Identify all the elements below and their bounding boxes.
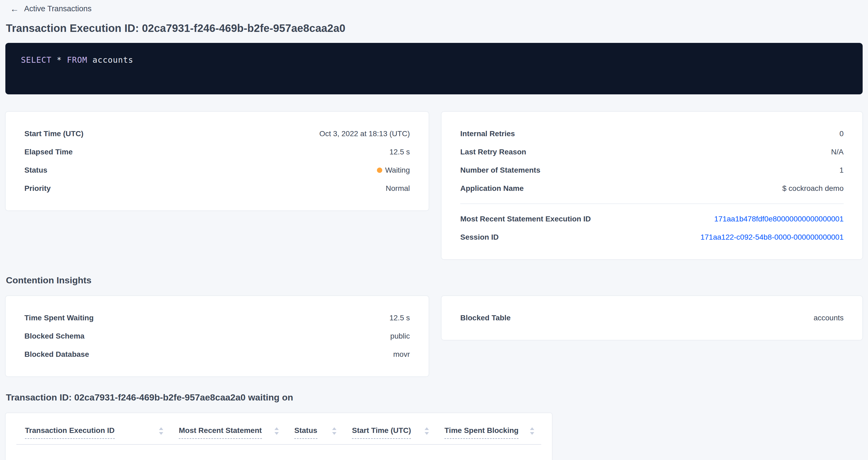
- kv-value: public: [390, 332, 410, 340]
- kv-label: Most Recent Statement Execution ID: [460, 215, 591, 223]
- sort-arrows-icon[interactable]: [332, 427, 337, 436]
- kv-value: Oct 3, 2022 at 18:13 (UTC): [319, 129, 410, 138]
- transaction-summary-card: Start Time (UTC) Oct 3, 2022 at 18:13 (U…: [5, 112, 429, 211]
- kv-row-elapsed-time: Elapsed Time 12.5 s: [24, 143, 410, 161]
- sql-text: [62, 55, 67, 65]
- sql-statement-box: SELECT * FROM accounts: [5, 43, 863, 94]
- kv-value: 0: [839, 129, 844, 138]
- blocked-table-card: Blocked Table accounts: [441, 296, 863, 340]
- contention-details-card: Time Spent Waiting 12.5 s Blocked Schema…: [5, 296, 429, 377]
- sort-arrows-icon[interactable]: [274, 427, 279, 436]
- card-divider: [460, 204, 844, 204]
- status-waiting-dot-icon: [377, 167, 382, 173]
- column-header-time-spent-blocking[interactable]: Time Spent Blocking: [436, 424, 541, 444]
- column-header-label: Start Time (UTC): [352, 426, 411, 439]
- kv-label: Internal Retries: [460, 129, 515, 138]
- sort-arrows-icon[interactable]: [529, 427, 535, 436]
- kv-row-status: Status Waiting: [24, 161, 410, 179]
- kv-value: N/A: [831, 148, 844, 156]
- kv-value: 12.5 s: [390, 148, 410, 156]
- waiting-on-table-header: Transaction Execution ID Most Recent Sta…: [17, 424, 541, 445]
- back-link-active-transactions[interactable]: ← Active Transactions: [5, 0, 91, 13]
- transaction-meta-card: Internal Retries 0 Last Retry Reason N/A…: [441, 112, 863, 259]
- kv-row-application-name: Application Name $ cockroach demo: [460, 179, 844, 197]
- column-header-transaction-execution-id[interactable]: Transaction Execution ID: [17, 424, 170, 444]
- kv-label: Time Spent Waiting: [24, 314, 94, 322]
- cell-transaction-execution-id: b8d7d03a-d497-446b-8474-e50846674768: [17, 445, 170, 460]
- session-id-link[interactable]: 171aa122-c092-54b8-0000-000000000001: [701, 233, 844, 242]
- waiting-on-heading: Transaction ID: 02ca7931-f246-469b-b2fe-…: [6, 392, 863, 403]
- column-header-label: Status: [294, 426, 317, 439]
- sql-keyword: FROM: [67, 55, 87, 65]
- kv-row-start-time: Start Time (UTC) Oct 3, 2022 at 18:13 (U…: [24, 125, 410, 143]
- kv-row-statement-execution-id: Most Recent Statement Execution ID 171aa…: [460, 210, 844, 228]
- sql-operator: *: [57, 55, 62, 65]
- kv-label: Elapsed Time: [24, 148, 73, 156]
- sort-arrows-icon[interactable]: [158, 427, 164, 436]
- kv-value: 12.5 s: [390, 314, 410, 322]
- table-row: b8d7d03a-d497-446b-8474-e50846674768 SHO…: [17, 445, 541, 460]
- sort-arrows-icon[interactable]: [424, 427, 429, 436]
- summary-cards-row: Start Time (UTC) Oct 3, 2022 at 18:13 (U…: [5, 112, 863, 259]
- column-header-most-recent-statement[interactable]: Most Recent Statement: [170, 424, 286, 444]
- kv-label: Blocked Schema: [24, 332, 85, 340]
- kv-value: movr: [393, 350, 410, 359]
- kv-label: Priority: [24, 184, 51, 193]
- kv-label: Number of Statements: [460, 166, 540, 175]
- sql-text: [52, 55, 57, 65]
- breadcrumb-label: Active Transactions: [24, 4, 91, 13]
- kv-row-blocked-database: Blocked Database movr: [24, 345, 410, 364]
- page-title: Transaction Execution ID: 02ca7931-f246-…: [6, 22, 863, 34]
- kv-row-last-retry-reason: Last Retry Reason N/A: [460, 143, 844, 161]
- column-header-status[interactable]: Status: [286, 424, 343, 444]
- contention-insights-heading: Contention Insights: [6, 275, 863, 285]
- kv-row-session-id: Session ID 171aa122-c092-54b8-0000-00000…: [460, 228, 844, 246]
- kv-row-internal-retries: Internal Retries 0: [460, 125, 844, 143]
- kv-label: Start Time (UTC): [24, 129, 83, 138]
- kv-label: Blocked Database: [24, 350, 89, 359]
- sql-keyword: SELECT: [21, 55, 52, 65]
- kv-label: Session ID: [460, 233, 499, 242]
- kv-label: Blocked Table: [460, 314, 511, 322]
- status-text: Waiting: [385, 166, 410, 175]
- status-badge: Waiting: [377, 166, 410, 175]
- kv-value: accounts: [814, 314, 844, 322]
- kv-label: Last Retry Reason: [460, 148, 526, 156]
- statement-execution-id-link[interactable]: 171aa1b478fdf0e80000000000000001: [714, 215, 844, 223]
- status-text: Executing: [303, 459, 336, 460]
- kv-row-time-spent-waiting: Time Spent Waiting 12.5 s: [24, 309, 410, 327]
- cell-status: Executing: [286, 445, 343, 460]
- kv-value: 1: [839, 166, 844, 175]
- kv-row-priority: Priority Normal: [24, 179, 410, 197]
- kv-label: Application Name: [460, 184, 524, 193]
- cell-start-time: Oct 03, 2022 at 18:12: [343, 445, 436, 460]
- kv-label: Status: [24, 166, 48, 175]
- column-header-label: Transaction Execution ID: [25, 426, 115, 439]
- contention-cards-row: Time Spent Waiting 12.5 s Blocked Schema…: [5, 296, 863, 377]
- kv-value: Normal: [386, 184, 410, 193]
- sql-text: [87, 55, 92, 65]
- cell-most-recent-statement: SHOW database: [170, 445, 286, 460]
- transaction-details-page: ← Active Transactions Transaction Execut…: [0, 0, 868, 460]
- kv-value: $ cockroach demo: [782, 184, 844, 193]
- column-header-start-time[interactable]: Start Time (UTC): [343, 424, 436, 444]
- column-header-label: Most Recent Statement: [179, 426, 262, 439]
- waiting-on-table-card: Transaction Execution ID Most Recent Sta…: [5, 413, 552, 460]
- status-badge: Executing: [294, 459, 336, 460]
- sql-table-name: accounts: [92, 55, 133, 65]
- arrow-left-icon: ←: [10, 5, 19, 13]
- column-header-label: Time Spent Blocking: [444, 426, 519, 439]
- cell-time-spent-blocking: 12.5 s: [436, 445, 541, 460]
- kv-row-blocked-table: Blocked Table accounts: [460, 309, 844, 327]
- kv-row-number-of-statements: Number of Statements 1: [460, 161, 844, 179]
- kv-row-blocked-schema: Blocked Schema public: [24, 327, 410, 345]
